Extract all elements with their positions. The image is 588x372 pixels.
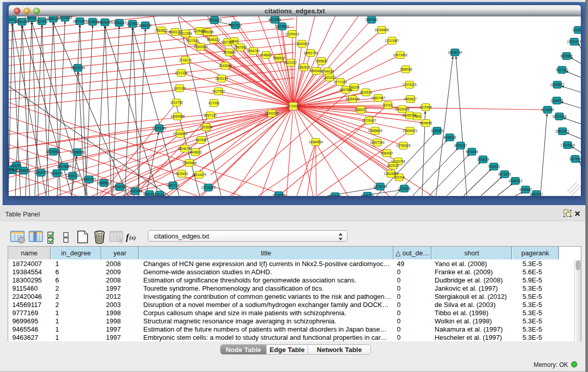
svg-text:18807249: 18807249 <box>370 141 385 144</box>
svg-text:8186323: 8186323 <box>207 38 220 41</box>
svg-text:6794028: 6794028 <box>321 70 334 73</box>
svg-text:16210643: 16210643 <box>552 115 567 118</box>
svg-text:587833: 587833 <box>195 138 207 142</box>
svg-text:1733426: 1733426 <box>398 187 411 190</box>
svg-text:15909948: 15909948 <box>182 161 197 165</box>
svg-text:10807487: 10807487 <box>371 96 386 100</box>
svg-text:2087682: 2087682 <box>365 18 378 21</box>
svg-text:19384554: 19384554 <box>309 140 323 144</box>
svg-text:8322037: 8322037 <box>285 61 297 64</box>
svg-text:3875685: 3875685 <box>223 51 236 54</box>
svg-text:252314: 252314 <box>394 176 405 179</box>
svg-text:7564: 7564 <box>413 115 421 118</box>
svg-text:18724007: 18724007 <box>286 104 301 108</box>
svg-text:417006: 417006 <box>208 101 220 105</box>
svg-text:20053346: 20053346 <box>152 126 167 130</box>
svg-text:9242848: 9242848 <box>219 64 232 68</box>
svg-text:10553267: 10553267 <box>112 21 127 25</box>
svg-text:19654923: 19654923 <box>403 129 418 133</box>
svg-text:10025438: 10025438 <box>395 107 410 111</box>
svg-text:20206556: 20206556 <box>46 150 61 154</box>
svg-text:7485063: 7485063 <box>400 68 412 71</box>
svg-text:10654112: 10654112 <box>508 179 522 183</box>
svg-text:13716485: 13716485 <box>201 186 216 189</box>
svg-text:10756928: 10756928 <box>396 144 411 147</box>
svg-text:17016504: 17016504 <box>560 143 575 147</box>
svg-text:62160: 62160 <box>383 103 393 107</box>
svg-text:16154808: 16154808 <box>375 28 389 32</box>
svg-text:20364436: 20364436 <box>345 97 360 101</box>
svg-text:746206: 746206 <box>349 85 360 89</box>
svg-text:9216530: 9216530 <box>273 193 286 196</box>
svg-text:2933114: 2933114 <box>477 158 490 161</box>
svg-text:1588520: 1588520 <box>273 56 286 60</box>
svg-text:13218506: 13218506 <box>275 25 290 28</box>
svg-text:16046748: 16046748 <box>178 147 192 150</box>
svg-text:7663822: 7663822 <box>155 29 168 32</box>
svg-text:19166825: 19166825 <box>173 132 188 136</box>
svg-text:8123407: 8123407 <box>329 194 342 196</box>
svg-text:10719155: 10719155 <box>58 16 73 19</box>
svg-text:8215955: 8215955 <box>541 108 554 112</box>
svg-text:18300295: 18300295 <box>265 112 279 115</box>
svg-text:11325419: 11325419 <box>285 32 299 36</box>
svg-text:12923448: 12923448 <box>128 189 143 193</box>
svg-text:15720407: 15720407 <box>362 119 377 122</box>
svg-text:20691406: 20691406 <box>98 20 113 24</box>
svg-text:17359928: 17359928 <box>70 150 85 154</box>
svg-text:1353554: 1353554 <box>200 125 213 129</box>
svg-text:12942757: 12942757 <box>34 171 49 174</box>
svg-text:16513346: 16513346 <box>71 66 85 70</box>
svg-text:1045233: 1045233 <box>361 194 374 196</box>
svg-text:9329966: 9329966 <box>560 54 573 58</box>
svg-text:2967608: 2967608 <box>234 46 247 49</box>
svg-text:12093872: 12093872 <box>550 83 565 86</box>
svg-text:19654985: 19654985 <box>170 115 185 118</box>
svg-text:20891406: 20891406 <box>15 20 30 24</box>
svg-text:12905135: 12905135 <box>66 174 80 178</box>
svg-text:9474444: 9474444 <box>466 150 478 154</box>
svg-text:10973493: 10973493 <box>393 53 408 57</box>
svg-text:2718176: 2718176 <box>179 58 192 62</box>
svg-text:13640910: 13640910 <box>295 42 310 46</box>
svg-text:2803144: 2803144 <box>215 77 228 80</box>
svg-text:1362615: 1362615 <box>298 65 311 69</box>
svg-text:1421339: 1421339 <box>173 86 186 90</box>
svg-text:7857224: 7857224 <box>229 24 242 27</box>
svg-text:15751074: 15751074 <box>567 40 581 43</box>
svg-text:15692971: 15692971 <box>555 129 570 133</box>
svg-text:10985817: 10985817 <box>97 181 112 185</box>
svg-text:6466160: 6466160 <box>139 24 152 27</box>
svg-text:9699695: 9699695 <box>420 121 432 125</box>
svg-text:1640954: 1640954 <box>431 129 444 133</box>
svg-text:16033809: 16033809 <box>207 18 222 22</box>
svg-text:7625402: 7625402 <box>176 172 188 176</box>
svg-text:12213967: 12213967 <box>385 39 400 42</box>
svg-text:16914479: 16914479 <box>192 173 207 177</box>
svg-text:8912954: 8912954 <box>180 32 192 35</box>
svg-text:10120746: 10120746 <box>391 160 406 163</box>
svg-text:3624514: 3624514 <box>360 91 373 94</box>
svg-text:12975115: 12975115 <box>402 83 417 86</box>
svg-text:1010755: 1010755 <box>170 101 183 104</box>
svg-text:(x): (x) <box>129 234 136 241</box>
svg-text:8454749: 8454749 <box>247 49 260 53</box>
svg-text:11568296: 11568296 <box>16 169 31 172</box>
svg-text:9245652: 9245652 <box>519 188 532 191</box>
svg-text:1145194: 1145194 <box>51 171 63 175</box>
svg-text:335051: 335051 <box>11 164 22 167</box>
svg-text:9146821: 9146821 <box>260 53 273 57</box>
svg-text:1615112: 1615112 <box>387 164 400 167</box>
svg-text:9327503: 9327503 <box>186 39 199 42</box>
svg-text:9084067: 9084067 <box>381 151 394 155</box>
svg-text:9115460: 9115460 <box>420 105 432 109</box>
svg-text:9227342: 9227342 <box>556 68 569 72</box>
svg-text:16671355: 16671355 <box>73 19 88 23</box>
svg-text:3449822: 3449822 <box>189 150 202 154</box>
svg-text:9427552: 9427552 <box>212 90 225 93</box>
svg-text:8813054: 8813054 <box>269 18 281 21</box>
svg-text:1221338: 1221338 <box>175 71 188 75</box>
svg-text:16961758: 16961758 <box>303 51 318 55</box>
svg-text:3226058: 3226058 <box>201 30 214 34</box>
svg-text:9457771: 9457771 <box>167 184 180 187</box>
